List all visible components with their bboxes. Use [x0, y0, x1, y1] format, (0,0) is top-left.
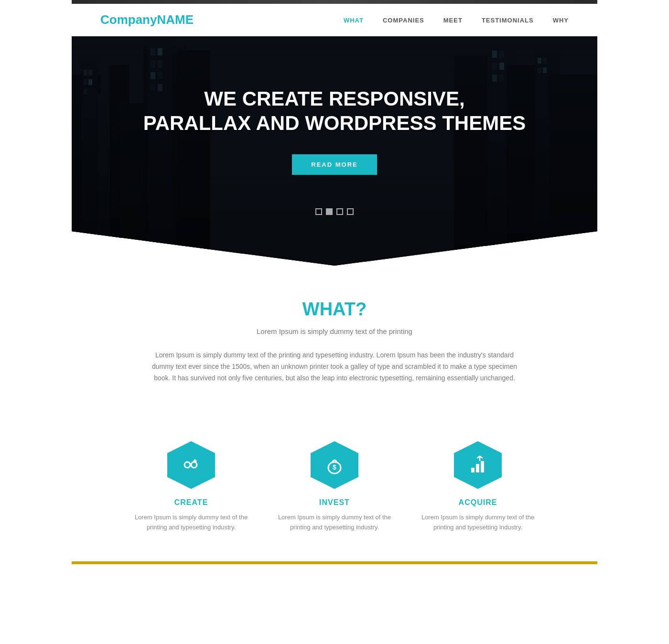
feature-invest-icon-wrapper: $ — [311, 441, 358, 489]
slider-dot-1[interactable] — [315, 208, 322, 215]
nav-list: WHAT COMPANIES MEET TESTIMONIALS WHY — [344, 16, 569, 24]
nav-link-companies[interactable]: COMPANIES — [383, 17, 424, 24]
svg-text:$: $ — [333, 463, 336, 471]
nav-link-what[interactable]: WHAT — [344, 17, 364, 24]
nav-item-testimonials[interactable]: TESTIMONIALS — [482, 16, 534, 24]
feature-create: CREATE Lorem Ipsum is simply dummy text … — [134, 441, 248, 533]
nav-item-meet[interactable]: MEET — [443, 16, 463, 24]
feature-acquire-hexagon — [454, 441, 502, 489]
feature-acquire: ACQUIRE Lorem Ipsum is simply dummy text… — [421, 441, 535, 533]
hero-title-line1: WE CREATE RESPONSIVE, — [204, 87, 464, 110]
feature-create-title: CREATE — [134, 498, 248, 507]
header: CompanyNAME WHAT COMPANIES MEET TESTIMON… — [72, 4, 597, 36]
nav-link-testimonials[interactable]: TESTIMONIALS — [482, 17, 534, 24]
bottom-bar — [72, 561, 597, 564]
invest-icon: $ — [324, 454, 345, 475]
feature-invest-desc: Lorem Ipsum is simply dummy text of the … — [277, 513, 392, 533]
svg-rect-45 — [471, 468, 475, 472]
svg-rect-46 — [476, 464, 479, 472]
feature-invest-title: INVEST — [277, 498, 392, 507]
slider-dot-3[interactable] — [336, 208, 343, 215]
feature-invest-hexagon: $ — [311, 441, 358, 489]
slider-dots — [315, 208, 354, 215]
hero-content: WE CREATE RESPONSIVE, PARALLAX AND WORDP… — [134, 58, 535, 194]
nav-item-companies[interactable]: COMPANIES — [383, 16, 424, 24]
svg-rect-47 — [481, 461, 484, 472]
hero-title: WE CREATE RESPONSIVE, PARALLAX AND WORDP… — [143, 87, 526, 135]
what-heading: WHAT? — [100, 299, 569, 320]
feature-create-icon-wrapper — [167, 441, 215, 489]
hero-title-line2: PARALLAX AND WORDPRESS THEMES — [143, 112, 526, 134]
top-bar — [72, 0, 597, 4]
nav-link-meet[interactable]: MEET — [443, 17, 463, 24]
feature-invest: $ INVEST Lorem Ipsum is simply dummy tex… — [277, 441, 392, 533]
acquire-icon — [467, 454, 488, 475]
feature-create-desc: Lorem Ipsum is simply dummy text of the … — [134, 513, 248, 533]
main-nav: WHAT COMPANIES MEET TESTIMONIALS WHY — [344, 16, 569, 24]
feature-acquire-desc: Lorem Ipsum is simply dummy text of the … — [421, 513, 535, 533]
feature-acquire-icon-wrapper — [454, 441, 502, 489]
what-description: Lorem Ipsum is simply dummy text of the … — [148, 350, 521, 384]
features-row: CREATE Lorem Ipsum is simply dummy text … — [72, 431, 597, 561]
what-section: WHAT? Lorem Ipsum is simply dummy text o… — [72, 266, 597, 431]
logo-text-bold: NAME — [157, 12, 194, 27]
svg-point-38 — [184, 462, 190, 468]
slider-dot-2[interactable] — [326, 208, 333, 215]
feature-acquire-title: ACQUIRE — [421, 498, 535, 507]
nav-link-why[interactable]: WHY — [553, 17, 569, 24]
logo-text-regular: Company — [100, 12, 157, 27]
logo[interactable]: CompanyNAME — [100, 12, 194, 27]
hero-section: WE CREATE RESPONSIVE, PARALLAX AND WORDP… — [72, 36, 597, 266]
feature-create-hexagon — [167, 441, 215, 489]
nav-item-why[interactable]: WHY — [553, 16, 569, 24]
nav-item-what[interactable]: WHAT — [344, 16, 364, 24]
svg-point-39 — [191, 462, 197, 468]
what-subtitle: Lorem Ipsum is simply dummy text of the … — [100, 327, 569, 335]
create-icon — [181, 454, 202, 475]
slider-dot-4[interactable] — [347, 208, 354, 215]
read-more-button[interactable]: READ MORE — [292, 154, 377, 175]
